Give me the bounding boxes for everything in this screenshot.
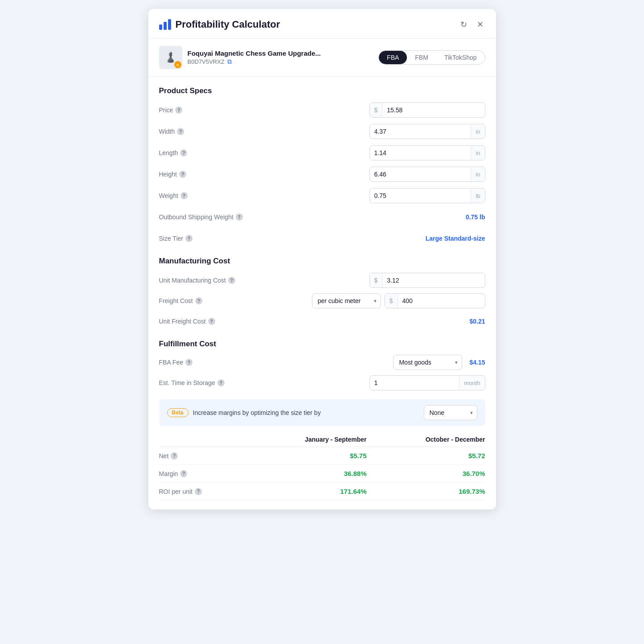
fba-fee-row: FBA Fee ? Most goods Apparel Dangerous g…: [159, 355, 485, 370]
weight-row: Weight ? lb: [159, 187, 485, 204]
outbound-row: Outbound Shipping Weight ? 0.75 lb: [159, 209, 485, 226]
size-tier-help-icon[interactable]: ?: [185, 235, 193, 242]
roi-col2: 169.73%: [367, 488, 485, 495]
amazon-badge: a: [174, 61, 181, 68]
unit-cost-row: Unit Manufacturing Cost ? $: [159, 272, 485, 289]
channel-tab-fba[interactable]: FBA: [379, 51, 407, 64]
height-input-wrapper: in: [369, 167, 485, 182]
length-input[interactable]: [370, 146, 471, 160]
margin-col2: 36.70%: [367, 470, 485, 477]
size-tier-row: Size Tier ? Large Standard-size: [159, 230, 485, 247]
product-details: Foquyai Magnetic Chess Game Upgrade... B…: [188, 49, 321, 66]
results-roi-row: ROI per unit ? 171.64% 169.73%: [159, 483, 485, 500]
weight-suffix: lb: [471, 189, 484, 203]
window-title-area: Profitability Calculator: [159, 19, 280, 30]
weight-label: Weight ?: [159, 192, 188, 199]
fulfillment-cost-title: Fulfillment Cost: [159, 340, 485, 349]
outbound-label: Outbound Shipping Weight ?: [159, 213, 243, 221]
freight-inputs: per cubic meter per unit flat rate ▾ $: [312, 293, 485, 308]
price-input[interactable]: [382, 103, 484, 117]
width-input[interactable]: [370, 124, 471, 139]
refresh-button[interactable]: ↻: [459, 18, 469, 31]
weight-help-icon[interactable]: ?: [180, 192, 188, 199]
weight-input-wrapper: lb: [369, 188, 485, 203]
width-help-icon[interactable]: ?: [177, 128, 184, 135]
length-input-wrapper: in: [369, 145, 485, 160]
results-header-empty: [159, 436, 248, 443]
unit-freight-value: $0.21: [469, 318, 485, 325]
margin-col1: 36.88%: [248, 470, 367, 477]
outbound-help-icon[interactable]: ?: [236, 213, 243, 221]
price-row: Price ? $: [159, 102, 485, 119]
price-help-icon[interactable]: ?: [175, 107, 182, 114]
fba-fee-label: FBA Fee ?: [159, 359, 193, 366]
freight-select-wrapper: per cubic meter per unit flat rate ▾: [312, 293, 381, 308]
product-info: ♟️ a Foquyai Magnetic Chess Game Upgrade…: [159, 46, 321, 69]
fba-fee-help-icon[interactable]: ?: [185, 359, 193, 366]
roi-help-icon[interactable]: ?: [195, 488, 202, 495]
window-title: Profitability Calculator: [176, 19, 280, 30]
product-image-emoji: ♟️: [164, 52, 176, 63]
close-icon: ✕: [477, 20, 484, 29]
copy-icon[interactable]: ⧉: [227, 58, 232, 66]
length-label: Length ?: [159, 149, 188, 156]
unit-cost-prefix: $: [370, 273, 383, 287]
unit-freight-help-icon[interactable]: ?: [208, 318, 215, 325]
product-image: ♟️ a: [159, 46, 182, 69]
freight-help-icon[interactable]: ?: [195, 297, 202, 304]
roi-col1: 171.64%: [248, 488, 367, 495]
unit-cost-label: Unit Manufacturing Cost ?: [159, 277, 235, 284]
logo-bar-2: [164, 22, 167, 30]
fulfillment-cost-section: Fulfillment Cost FBA Fee ? Most goods Ap…: [159, 340, 485, 391]
height-label: Height ?: [159, 171, 186, 178]
width-suffix: in: [471, 125, 484, 139]
freight-amount-input[interactable]: [398, 294, 485, 308]
close-button[interactable]: ✕: [475, 18, 485, 31]
height-input[interactable]: [370, 167, 471, 181]
unit-freight-label: Unit Freight Cost ?: [159, 318, 215, 325]
net-col2: $5.72: [367, 452, 485, 459]
freight-row: Freight Cost ? per cubic meter per unit …: [159, 293, 485, 308]
margin-help-icon[interactable]: ?: [180, 470, 187, 477]
length-help-icon[interactable]: ?: [180, 149, 187, 156]
manufacturing-cost-title: Manufacturing Cost: [159, 257, 485, 266]
product-specs-title: Product Specs: [159, 86, 485, 95]
product-asin: B0D7V5VRXZ: [188, 58, 225, 65]
outbound-value: 0.75 lb: [466, 213, 485, 221]
storage-suffix: month: [459, 376, 484, 390]
content-area: Product Specs Price ? $ Width ?: [148, 77, 496, 509]
net-label: Net ?: [159, 452, 248, 459]
width-label: Width ?: [159, 128, 185, 135]
unit-cost-input[interactable]: [382, 273, 484, 287]
results-header-col2: October - December: [367, 436, 485, 443]
storage-label: Est. Time in Storage ?: [159, 379, 225, 386]
channel-tab-fbm[interactable]: FBM: [407, 51, 436, 64]
storage-input[interactable]: [370, 376, 459, 390]
logo-bar-3: [168, 19, 171, 30]
fba-fee-select[interactable]: Most goods Apparel Dangerous goods: [393, 355, 462, 370]
length-row: Length ? in: [159, 144, 485, 161]
freight-type-select[interactable]: per cubic meter per unit flat rate: [312, 293, 381, 308]
window-controls: ↻ ✕: [459, 18, 485, 31]
manufacturing-cost-section: Manufacturing Cost Unit Manufacturing Co…: [159, 257, 485, 330]
height-help-icon[interactable]: ?: [179, 171, 186, 178]
channel-tab-tiktokshop[interactable]: TikTokShop: [436, 51, 485, 64]
roi-label: ROI per unit ?: [159, 488, 248, 495]
height-row: Height ? in: [159, 166, 485, 183]
results-margin-row: Margin ? 36.88% 36.70%: [159, 465, 485, 483]
freight-dollar-prefix: $: [385, 294, 398, 308]
channel-tabs: FBA FBM TikTokShop: [378, 50, 485, 65]
beta-select[interactable]: None Weight Dimensions: [424, 405, 477, 420]
calculator-window: Profitability Calculator ↻ ✕ ♟️ a Foquya…: [148, 9, 496, 509]
weight-input[interactable]: [370, 189, 471, 203]
unit-cost-input-wrapper: $: [369, 273, 485, 288]
price-prefix: $: [370, 103, 383, 117]
net-help-icon[interactable]: ?: [171, 452, 178, 459]
unit-freight-row: Unit Freight Cost ? $0.21: [159, 313, 485, 330]
price-input-wrapper: $: [369, 103, 485, 118]
beta-select-wrapper: None Weight Dimensions ▾: [424, 405, 477, 420]
unit-cost-help-icon[interactable]: ?: [228, 277, 235, 284]
storage-help-icon[interactable]: ?: [217, 379, 225, 386]
margin-label: Margin ?: [159, 470, 248, 477]
size-tier-value: Large Standard-size: [426, 235, 485, 242]
